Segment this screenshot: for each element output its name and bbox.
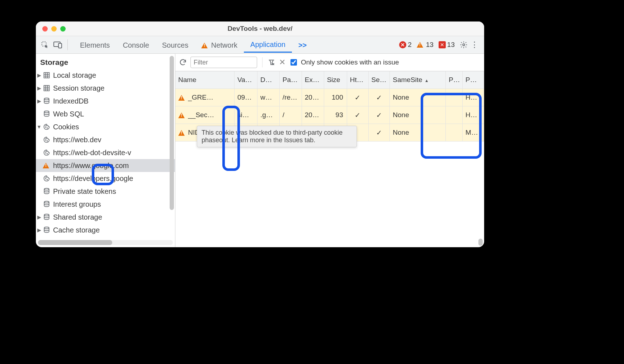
sidebar-item[interactable]: Interest groups: [36, 198, 175, 211]
cookies-pane: ✕ Only show cookies with an issue NameVa…: [175, 54, 484, 247]
tab-application[interactable]: Application: [244, 37, 292, 53]
clear-all-icon[interactable]: ✕: [279, 58, 285, 67]
clear-filter-icon[interactable]: [268, 58, 275, 66]
device-toolbar-icon[interactable]: [53, 40, 62, 49]
sidebar-item[interactable]: Private state tokens: [36, 185, 175, 198]
sidebar-item-label: Private state tokens: [53, 187, 116, 196]
panel-tabs: ElementsConsoleSources NetworkApplicatio…: [74, 37, 398, 53]
titlebar: DevTools - web.dev/: [36, 21, 484, 36]
tab-console[interactable]: Console: [116, 38, 155, 52]
error-icon: ✕: [399, 41, 406, 48]
svg-point-22: [44, 214, 49, 216]
error-count[interactable]: ✕ 2: [399, 41, 412, 49]
col-domain[interactable]: D…: [257, 71, 279, 89]
db-icon: [42, 214, 51, 221]
sidebar-item-label: Interest groups: [53, 200, 101, 209]
db-icon: [42, 226, 51, 234]
svg-point-9: [47, 128, 48, 129]
db-icon: [42, 110, 51, 118]
sidebar-item[interactable]: ▶IndexedDB: [36, 95, 175, 107]
svg-point-20: [44, 188, 49, 190]
expand-icon[interactable]: ▶: [36, 98, 42, 104]
message-count[interactable]: ✕ 13: [439, 41, 455, 49]
cell-name: __Sec…: [175, 106, 234, 124]
svg-point-23: [44, 227, 49, 229]
sidebar-item-label: Shared storage: [53, 213, 102, 221]
sidebar-item-label: Web SQL: [53, 110, 84, 118]
expand-icon[interactable]: ▶: [36, 227, 42, 233]
sidebar-item-label: Local storage: [53, 71, 96, 80]
cell-partition: [446, 89, 463, 106]
cell-expires: 20…: [302, 89, 324, 106]
cell-partition: [446, 106, 463, 124]
tab-elements[interactable]: Elements: [74, 38, 116, 52]
cell-secure: ✓: [368, 89, 390, 106]
cell-value: 09…: [234, 89, 257, 106]
cell-path: /re…: [279, 89, 302, 106]
sidebar-hscrollbar[interactable]: [38, 240, 173, 245]
sidebar-item-label: Cookies: [53, 123, 79, 131]
col-secure[interactable]: Se…: [368, 71, 390, 89]
col-samesite[interactable]: SameSite: [390, 71, 446, 89]
col-priority[interactable]: P…: [463, 71, 484, 89]
col-http[interactable]: Ht…: [347, 71, 368, 89]
cookie-icon: [42, 149, 51, 156]
more-tabs-button[interactable]: >>: [292, 38, 313, 52]
sidebar-vscrollbar[interactable]: [170, 56, 174, 210]
sidebar-item[interactable]: https://www.google.com: [36, 159, 175, 172]
more-icon[interactable]: ⋮: [469, 40, 480, 49]
filter-input[interactable]: [190, 57, 257, 68]
col-size[interactable]: Size: [324, 71, 347, 89]
table-row[interactable]: __Sec…si….g…/20…93✓✓NoneH…: [175, 106, 484, 124]
col-expires[interactable]: Ex…: [302, 71, 324, 89]
expand-icon[interactable]: ▶: [36, 214, 42, 220]
sidebar-item-label: https://web.dev: [53, 136, 101, 144]
sidebar-item[interactable]: ▶Shared storage: [36, 211, 175, 224]
cookie-blocked-tooltip: This cookie was blocked due to third-par…: [197, 126, 357, 147]
table-row[interactable]: _GRE…09…w…/re…20…100✓✓NoneH…: [175, 89, 484, 106]
cell-priority: M…: [463, 124, 484, 142]
svg-point-15: [47, 154, 48, 154]
svg-point-8: [46, 127, 46, 128]
sidebar-item[interactable]: ▼Cookies: [36, 120, 175, 133]
cookies-table-wrap: NameVa…D…Pa…Ex…SizeHt…Se…SameSiteP…P… _G…: [175, 71, 484, 247]
cell-samesite: None: [390, 124, 446, 142]
warning-count[interactable]: 13: [417, 41, 434, 49]
cookie-icon: [42, 175, 51, 182]
panel-body: Storage ▶Local storage▶Session storage▶I…: [36, 54, 484, 247]
warn-icon: [42, 163, 51, 168]
settings-icon[interactable]: [460, 41, 468, 49]
collapse-icon[interactable]: ▼: [36, 124, 42, 130]
sidebar-item[interactable]: https://developers.google: [36, 172, 175, 185]
tab-sources[interactable]: Sources: [156, 38, 195, 52]
cell-samesite: None: [390, 106, 446, 124]
sidebar-item[interactable]: https://web.dev: [36, 133, 175, 146]
cell-path: /: [279, 106, 302, 124]
sidebar-item[interactable]: ▶Cache storage: [36, 224, 175, 236]
only-issues-checkbox[interactable]: Only show cookies with an issue: [289, 58, 399, 67]
col-name[interactable]: Name: [175, 71, 234, 89]
expand-icon[interactable]: ▶: [36, 85, 42, 91]
sidebar-item[interactable]: Web SQL: [36, 107, 175, 120]
sidebar-item[interactable]: https://web-dot-devsite-v: [36, 146, 175, 159]
sidebar-item[interactable]: ▶Session storage: [36, 82, 175, 95]
tab-network[interactable]: Network: [195, 38, 244, 52]
svg-point-12: [47, 141, 48, 142]
cell-http: ✓: [347, 106, 368, 124]
cookie-icon: [42, 123, 51, 130]
sidebar-item-label: Session storage: [53, 84, 104, 92]
col-value[interactable]: Va…: [234, 71, 257, 89]
grid-icon: [42, 85, 51, 92]
col-partition[interactable]: P…: [446, 71, 463, 89]
svg-rect-2: [58, 43, 62, 48]
col-path[interactable]: Pa…: [279, 71, 302, 89]
refresh-icon[interactable]: [179, 58, 187, 66]
sidebar-item[interactable]: ▶Local storage: [36, 69, 175, 82]
expand-icon[interactable]: ▶: [36, 72, 42, 78]
svg-point-7: [44, 111, 49, 113]
table-vscrollbar[interactable]: [478, 239, 483, 246]
svg-point-3: [463, 44, 465, 46]
inspect-element-icon[interactable]: [40, 40, 49, 49]
issue-counters[interactable]: ✕ 2 13 ✕ 13: [399, 41, 455, 49]
storage-tree: ▶Local storage▶Session storage▶IndexedDB…: [36, 69, 175, 236]
